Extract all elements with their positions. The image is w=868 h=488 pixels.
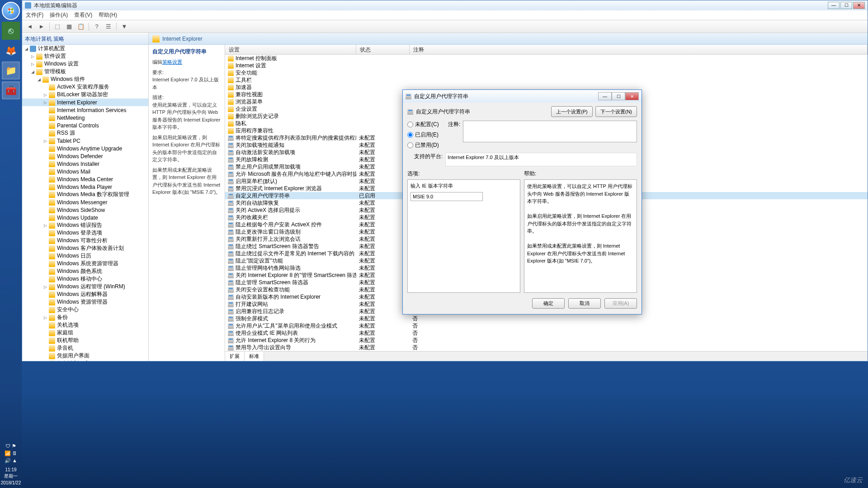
- expand-icon[interactable]: [43, 338, 48, 343]
- filter-button[interactable]: ▼: [119, 22, 129, 32]
- expand-icon[interactable]: [43, 246, 48, 251]
- tree-node[interactable]: ▷Windows 远程管理 (WinRM): [22, 283, 148, 291]
- expand-icon[interactable]: ▷: [30, 54, 35, 59]
- expand-icon[interactable]: ◢: [24, 46, 29, 51]
- expand-icon[interactable]: [43, 330, 48, 335]
- tray-icon[interactable]: 🗓: [12, 450, 17, 456]
- expand-icon[interactable]: [43, 323, 48, 328]
- expand-icon[interactable]: [43, 200, 48, 205]
- list-setting-row[interactable]: 允许 Internet Explorer 8 关闭行为未配置否: [225, 337, 868, 344]
- radio-not-configured[interactable]: 未配置(C): [407, 121, 443, 128]
- clock-time[interactable]: 11:19: [5, 467, 16, 472]
- menu-file[interactable]: 文件(F): [26, 11, 43, 19]
- edit-policy-link[interactable]: 策略设置: [162, 59, 182, 65]
- taskbar-explorer[interactable]: 📁: [2, 61, 20, 80]
- tree-node[interactable]: Windows 可靠性分析: [22, 237, 148, 244]
- tree-node[interactable]: ▷软件设置: [22, 52, 148, 60]
- list-setting-row[interactable]: 使用企业模式 IE 网站列表未配置否: [225, 329, 868, 337]
- taskbar-app-red[interactable]: 🧰: [2, 81, 20, 99]
- expand-icon[interactable]: [43, 131, 48, 136]
- expand-icon[interactable]: [43, 292, 48, 297]
- tree-node[interactable]: Windows Media Center: [22, 175, 148, 183]
- tree-node[interactable]: Windows Media 数字权限管理: [22, 191, 148, 198]
- refresh-button[interactable]: ?: [92, 22, 102, 32]
- expand-icon[interactable]: ▷: [43, 315, 48, 320]
- tree-node[interactable]: ◢计算机配置: [22, 45, 148, 52]
- export-button[interactable]: 📋: [76, 22, 86, 32]
- tree-node[interactable]: Internet Information Services: [22, 106, 148, 114]
- tree-node[interactable]: ▷备份: [22, 314, 148, 321]
- maximize-button[interactable]: ☐: [840, 2, 852, 9]
- dialog-minimize[interactable]: —: [598, 92, 612, 100]
- expand-icon[interactable]: [43, 161, 48, 166]
- tree-node[interactable]: NetMeeting: [22, 114, 148, 122]
- list-setting-row[interactable]: 强制全屏模式未配置否: [225, 315, 868, 322]
- tree-node[interactable]: Windows 系统资源管理器: [22, 260, 148, 267]
- col-state[interactable]: 状态: [356, 45, 410, 54]
- tray-icon[interactable]: 🛡: [5, 443, 10, 449]
- tree-node[interactable]: Windows 颜色系统: [22, 267, 148, 275]
- tree-node[interactable]: Windows 远程解释器: [22, 291, 148, 298]
- tree-node[interactable]: ▷Windows 错误报告: [22, 221, 148, 229]
- tree-node[interactable]: 关机选项: [22, 321, 148, 329]
- tree-node[interactable]: 凭据用户界面: [22, 352, 148, 360]
- expand-icon[interactable]: [43, 277, 48, 282]
- list-folder-row[interactable]: 安全功能: [225, 69, 868, 76]
- show-hide-button[interactable]: ▦: [64, 22, 74, 32]
- user-agent-input[interactable]: [410, 192, 483, 201]
- taskbar-app-1[interactable]: ⎋: [2, 22, 20, 40]
- tree-node[interactable]: ▷BitLocker 驱动器加密: [22, 91, 148, 99]
- expand-icon[interactable]: [43, 154, 48, 159]
- tray-icon[interactable]: ⚑: [12, 443, 16, 449]
- properties-button[interactable]: ☰: [104, 22, 113, 32]
- tree-node[interactable]: Windows Installer: [22, 160, 148, 168]
- expand-icon[interactable]: [43, 238, 48, 243]
- menu-help[interactable]: 帮助(H): [99, 11, 117, 19]
- expand-icon[interactable]: [43, 307, 48, 312]
- tray-icon[interactable]: 🔊: [5, 458, 11, 464]
- apply-button[interactable]: 应用(A): [604, 298, 637, 309]
- tray-icon[interactable]: ▲: [12, 458, 17, 464]
- tree-node[interactable]: Windows 移动中心: [22, 275, 148, 283]
- expand-icon[interactable]: ▷: [43, 284, 48, 289]
- expand-icon[interactable]: [43, 184, 48, 189]
- tree-node[interactable]: ◢管理模板: [22, 68, 148, 75]
- expand-icon[interactable]: [43, 230, 48, 235]
- up-button[interactable]: ⬚: [52, 22, 62, 32]
- nav-tree[interactable]: 本地计算机 策略 ◢计算机配置▷软件设置▷Windows 设置◢管理模板◢Win…: [22, 33, 149, 361]
- tree-node[interactable]: ▷Tablet PC: [22, 137, 148, 145]
- tree-node[interactable]: ActiveX 安装程序服务: [22, 83, 148, 91]
- tree-node[interactable]: Windows Anytime Upgrade: [22, 145, 148, 152]
- expand-icon[interactable]: ▷: [43, 100, 48, 105]
- prev-setting-button[interactable]: 上一个设置(P): [551, 106, 593, 117]
- tree-node[interactable]: Windows Messenger: [22, 198, 148, 206]
- col-setting[interactable]: 设置: [225, 45, 356, 54]
- expand-icon[interactable]: [43, 269, 48, 274]
- ok-button[interactable]: 确定: [532, 298, 565, 309]
- tree-node[interactable]: Windows 日历: [22, 252, 148, 260]
- expand-icon[interactable]: ▷: [43, 138, 48, 143]
- tab-standard[interactable]: 标准: [245, 352, 264, 361]
- cancel-button[interactable]: 取消: [568, 298, 601, 309]
- menu-action[interactable]: 操作(A): [50, 11, 68, 19]
- expand-icon[interactable]: [43, 215, 48, 220]
- radio-disabled[interactable]: 已禁用(D): [407, 141, 443, 149]
- expand-icon[interactable]: [43, 123, 48, 128]
- tree-node[interactable]: RSS 源: [22, 129, 148, 137]
- expand-icon[interactable]: [43, 192, 48, 197]
- dialog-titlebar[interactable]: 自定义用户代理字符串 — ☐ ✕: [403, 90, 642, 103]
- expand-icon[interactable]: ▷: [30, 61, 35, 66]
- list-folder-row[interactable]: 工具栏: [225, 76, 868, 84]
- expand-icon[interactable]: [43, 84, 48, 89]
- tree-node[interactable]: 联机帮助: [22, 337, 148, 344]
- tree-node[interactable]: Windows Media Player: [22, 183, 148, 191]
- tree-node[interactable]: 安全中心: [22, 306, 148, 314]
- expand-icon[interactable]: [43, 108, 48, 113]
- tree-node[interactable]: Windows 客户体验改善计划: [22, 244, 148, 252]
- expand-icon[interactable]: [43, 253, 48, 258]
- back-button[interactable]: ◄: [25, 22, 35, 32]
- tree-node[interactable]: 家庭组: [22, 329, 148, 337]
- tree-node[interactable]: 任务计划程序: [22, 360, 148, 361]
- list-folder-row[interactable]: Internet 控制面板: [225, 55, 868, 62]
- tree-node[interactable]: Windows SideShow: [22, 206, 148, 214]
